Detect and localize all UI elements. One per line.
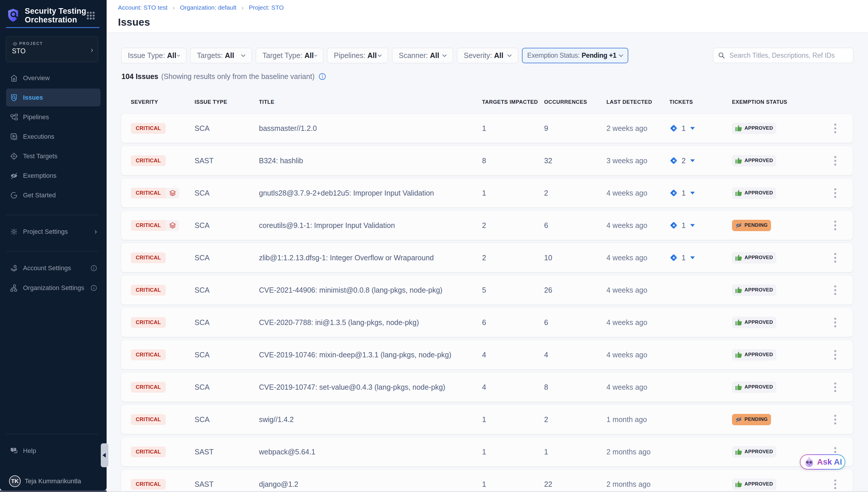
svg-text:?: ? bbox=[12, 448, 15, 451]
